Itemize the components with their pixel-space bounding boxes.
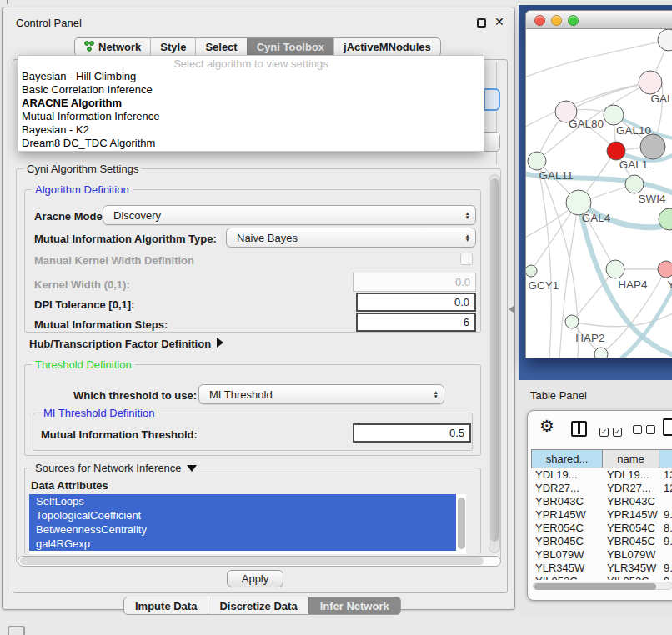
panel-title: Control Panel	[16, 17, 82, 29]
tab-impute-data[interactable]: Impute Data	[124, 598, 208, 614]
close-icon[interactable]: ✕	[494, 15, 504, 28]
node-label: GAL1	[619, 158, 649, 171]
column-layout-icon[interactable]	[571, 421, 587, 437]
network-node[interactable]	[528, 152, 546, 170]
deselect-all-checkboxes-icon[interactable]	[633, 424, 659, 437]
network-node[interactable]	[594, 348, 608, 358]
which-threshold-combobox[interactable]: MI Threshold ▲▼	[198, 384, 444, 404]
algorithm-option[interactable]: Bayesian - K2	[18, 123, 484, 137]
algorithm-option[interactable]: Dream8 DC_TDC Algorithm	[18, 137, 484, 150]
tab-network[interactable]: Network	[75, 38, 150, 56]
collapse-arrow-icon[interactable]	[187, 465, 197, 472]
settings-vertical-scrollbar[interactable]	[489, 174, 500, 553]
mi-steps-label: Mutual Information Steps:	[34, 318, 168, 331]
settings-horizontal-scrollbar[interactable]	[18, 556, 501, 567]
kernel-width-input[interactable]: 0.0	[353, 272, 476, 292]
select-all-checkboxes-icon[interactable]: ✓✓	[599, 424, 626, 437]
aracne-mode-combobox[interactable]: Discovery ▲▼	[103, 205, 476, 225]
apply-button[interactable]: Apply	[227, 570, 283, 588]
attribute-item[interactable]: TopologicalCoefficient	[29, 508, 456, 522]
algorithm-option[interactable]: Basic Correlation Inference	[18, 83, 484, 97]
edge-artifact	[7, 0, 8, 4]
new-table-icon[interactable]	[663, 418, 672, 436]
mi-steps-input[interactable]: 6	[356, 312, 476, 332]
algorithm-option[interactable]: Bayesian - Hill Climbing	[18, 70, 484, 83]
attribute-item[interactable]: gal4RGexp	[29, 537, 456, 551]
table-row[interactable]: YDR27...YDR27...12	[531, 482, 672, 495]
network-node[interactable]	[607, 142, 625, 160]
algorithm-combobox-edge[interactable]	[484, 88, 500, 111]
table-row[interactable]: YLR345WYLR345W9.	[531, 562, 672, 575]
tab-discretize-data[interactable]: Discretize Data	[208, 598, 308, 614]
data-attributes-list[interactable]: SelfLoopsTopologicalCoefficientBetweenne…	[29, 494, 466, 554]
network-node[interactable]	[526, 265, 537, 277]
close-traffic-light-icon[interactable]	[534, 15, 545, 26]
table-row[interactable]: YBL079WYBL079W	[531, 548, 672, 562]
node-label: GAL4	[582, 212, 611, 224]
network-node[interactable]	[658, 29, 672, 51]
table-row[interactable]: YPR145WYPR145W9.	[531, 508, 672, 522]
node-label: GCY1	[529, 279, 559, 292]
scrollbar-thumb[interactable]	[534, 583, 656, 590]
tab-jactivemnodules[interactable]: jActiveMNodules	[333, 38, 440, 56]
mi-threshold-input[interactable]: 0.5	[353, 423, 471, 442]
tab-label: Network	[98, 41, 141, 53]
tab-style[interactable]: Style	[150, 38, 195, 56]
algorithm-option-list: Bayesian - Hill ClimbingBasic Correlatio…	[18, 70, 484, 150]
algorithm-option[interactable]: Mutual Information Inference	[18, 110, 484, 123]
manual-kernel-checkbox[interactable]	[460, 252, 473, 265]
node-label: SWI4	[638, 192, 665, 205]
attribute-item[interactable]: SelfLoops	[29, 494, 456, 508]
table-horizontal-scrollbar[interactable]	[533, 582, 672, 590]
network-nodes[interactable]: GALGAL80GAL10GAL1GAL11SWI4GAL4GCY1HAP4YH…	[526, 29, 672, 358]
network-node[interactable]	[658, 261, 672, 278]
tab-select[interactable]: Select	[195, 38, 246, 56]
gear-icon[interactable]: ⚙	[539, 418, 554, 434]
table-row[interactable]: YER054CYER054C8.	[531, 522, 672, 535]
network-combobox-edge[interactable]	[482, 132, 500, 152]
network-node[interactable]	[604, 105, 624, 125]
network-node[interactable]	[606, 260, 624, 278]
tab-infer-network[interactable]: Infer Network	[308, 598, 400, 614]
hub-definition-toggle[interactable]: Hub/Transcription Factor Definition	[29, 338, 223, 350]
table-header-row: shared...nameA	[531, 449, 672, 468]
table-row[interactable]: YIL052CYIL052C9.	[531, 575, 672, 580]
panel-splitter-handle[interactable]	[509, 306, 514, 312]
network-window-titlebar[interactable]	[526, 11, 672, 29]
dpi-tolerance-input[interactable]: 0.0	[356, 292, 476, 312]
group-legend: Algorithm Definition	[32, 183, 133, 196]
node-label: GAL10	[616, 124, 651, 137]
list-scrollbar[interactable]	[458, 498, 465, 549]
float-panel-icon[interactable]	[477, 18, 486, 28]
scrollbar-thumb[interactable]	[490, 178, 499, 542]
control-panel-window: Control Panel ✕ Network Style Select Cyn…	[2, 7, 515, 610]
scrollbar-thumb[interactable]	[20, 558, 484, 565]
collapsed-panel-icon[interactable]	[8, 626, 25, 635]
column-header[interactable]: shared...	[531, 449, 603, 468]
plugin-tabbar: Network Style Select Cyni Toolbox jActiv…	[74, 38, 441, 57]
sources-toggle[interactable]: Sources for Network Inference	[32, 462, 200, 474]
table-body[interactable]: YDL19...YDL19...13YDR27...YDR27...12YBR0…	[531, 468, 672, 580]
table-row[interactable]: YBR045CYBR045C9.	[531, 535, 672, 548]
column-header[interactable]: name	[603, 449, 659, 468]
network-canvas[interactable]: GALGAL80GAL10GAL1GAL11SWI4GAL4GCY1HAP4YH…	[526, 29, 672, 358]
attribute-item[interactable]: BetweennessCentrality	[29, 522, 456, 537]
node-label: Y	[667, 278, 672, 291]
network-node[interactable]	[639, 71, 662, 94]
network-node[interactable]	[565, 315, 579, 328]
table-row[interactable]: YDL19...YDL19...13	[531, 468, 672, 482]
manual-kernel-label: Manual Kernel Width Definition	[34, 254, 194, 267]
mi-algorithm-type-combobox[interactable]: Naive Bayes ▲▼	[226, 228, 476, 248]
network-node[interactable]	[625, 175, 644, 193]
table-panel-title: Table Panel	[530, 389, 587, 402]
stepper-icon: ▲▼	[465, 233, 470, 242]
algorithm-option[interactable]: ARACNE Algorithm	[18, 97, 484, 110]
zoom-traffic-light-icon[interactable]	[568, 15, 579, 26]
tab-cyni-toolbox[interactable]: Cyni Toolbox	[247, 38, 333, 56]
minimize-traffic-light-icon[interactable]	[551, 15, 562, 26]
stepper-icon: ▲▼	[434, 390, 439, 399]
column-header[interactable]: A	[659, 449, 672, 468]
expand-arrow-icon[interactable]	[217, 338, 223, 348]
table-row[interactable]: YBR043CYBR043C	[531, 495, 672, 508]
network-node[interactable]	[640, 134, 665, 159]
